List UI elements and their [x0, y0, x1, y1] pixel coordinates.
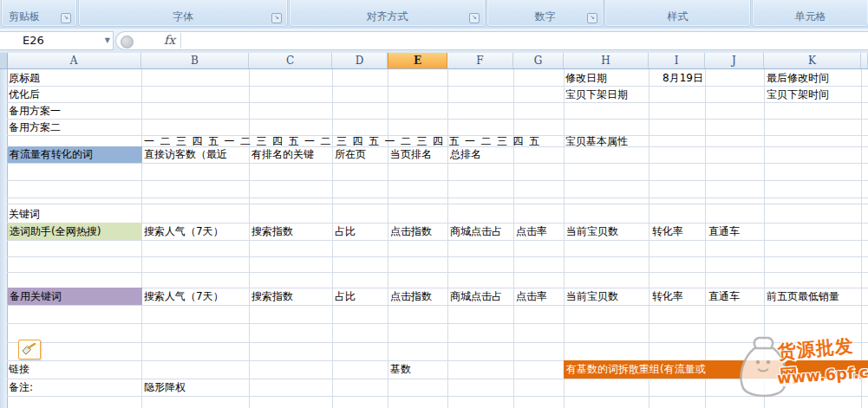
- cell-a1[interactable]: 原标题: [9, 71, 140, 86]
- cell-h5[interactable]: 宝贝基本属性: [565, 135, 647, 146]
- cell-j15[interactable]: 直通车: [708, 288, 762, 305]
- cell-b20[interactable]: 隐形降权: [144, 379, 247, 396]
- column-header-h[interactable]: H: [564, 53, 649, 68]
- cell-i15[interactable]: 转化率: [652, 288, 703, 305]
- dialog-launcher-icon[interactable]: [61, 13, 71, 23]
- gridline: [388, 69, 388, 408]
- cell-i11[interactable]: 转化率: [652, 223, 703, 240]
- cell-f15[interactable]: 商城点击占: [450, 288, 512, 305]
- cell-h19-highlight-orange[interactable]: 有基数的词拆散重组(有流量或: [564, 360, 868, 379]
- gridline: [7, 119, 868, 120]
- cell-a19[interactable]: 链接: [9, 360, 140, 379]
- gridline: [705, 69, 706, 408]
- column-header-k[interactable]: K: [764, 53, 861, 68]
- ribbon-group-font: 字体: [78, 0, 288, 27]
- cell-d15[interactable]: 占比: [335, 288, 387, 305]
- formula-bar: E26 fx: [0, 29, 868, 54]
- gridline: [7, 256, 868, 257]
- column-header-row: A B C D E F G H I J K: [0, 53, 868, 69]
- cell-b6[interactable]: 直接访客数（最近: [144, 146, 248, 163]
- cell-e19[interactable]: 基数: [390, 360, 446, 379]
- ribbon-group-number: 数字: [486, 0, 604, 27]
- spreadsheet-grid[interactable]: 原标题 修改日期 8月19日 最后修改时间 优化后 宝贝下架日期 宝贝下架时间 …: [0, 69, 868, 408]
- cell-reference: E26: [23, 34, 44, 47]
- format-painter-button[interactable]: [18, 340, 41, 359]
- excel-window: 表格格式 样式 剪贴板 字体 对齐方式 数字 样式 单元格 E26: [0, 0, 868, 408]
- gridline: [513, 69, 514, 408]
- gridline: [249, 69, 250, 408]
- gridline: [564, 69, 565, 408]
- cell-a3[interactable]: 备用方案一: [9, 104, 140, 119]
- name-box[interactable]: E26: [0, 31, 114, 50]
- cell-i1[interactable]: 8月19日: [649, 71, 703, 86]
- column-header-i[interactable]: I: [649, 53, 705, 68]
- formula-input[interactable]: [182, 32, 868, 49]
- column-header-partial[interactable]: [861, 53, 868, 68]
- gridline: [7, 342, 868, 343]
- gridline: [861, 69, 862, 408]
- cell-f6[interactable]: 总排名: [450, 146, 512, 163]
- cell-g11[interactable]: 点击率: [516, 223, 562, 240]
- chevron-down-icon[interactable]: [105, 36, 110, 44]
- ribbon-group-styles: 样式: [604, 0, 751, 27]
- cell-k2[interactable]: 宝贝下架时间: [767, 87, 859, 102]
- dialog-launcher-icon[interactable]: [469, 13, 480, 23]
- group-label: 字体: [79, 10, 287, 24]
- group-label: 对齐方式: [290, 10, 485, 24]
- row-header-strip[interactable]: [0, 69, 8, 408]
- dialog-launcher-icon[interactable]: [587, 13, 597, 23]
- gridline: [7, 272, 868, 273]
- gridline: [7, 305, 868, 306]
- cell-g15[interactable]: 点击率: [516, 288, 562, 305]
- ribbon-group-clipboard: 剪贴板: [1, 0, 77, 27]
- group-label: 样式: [605, 10, 750, 24]
- column-header-c[interactable]: C: [249, 53, 332, 68]
- column-header-b[interactable]: B: [141, 53, 249, 68]
- cell-k15[interactable]: 前五页最低销量: [767, 288, 860, 305]
- insert-function-icon[interactable]: fx: [164, 33, 175, 47]
- gridline: [447, 69, 448, 408]
- cell-f11[interactable]: 商城点击占: [450, 223, 512, 240]
- cell-e6[interactable]: 当页排名: [390, 146, 446, 163]
- gridline: [7, 198, 868, 198]
- cell-h2[interactable]: 宝贝下架日期: [565, 87, 647, 102]
- cell-b5[interactable]: 一二三四五一二三四五一二三四五一二三四五一二三四五: [144, 135, 562, 146]
- cell-h15[interactable]: 当前宝贝数: [566, 288, 647, 305]
- dialog-launcher-icon[interactable]: [271, 13, 282, 23]
- cell-c11[interactable]: 搜索指数: [251, 223, 331, 240]
- cell-e15[interactable]: 点击指数: [390, 288, 446, 305]
- gridline: [7, 396, 868, 397]
- cell-d11[interactable]: 占比: [335, 223, 387, 240]
- formula-bar-pill: fx: [115, 31, 868, 50]
- cell-a11-highlight-green[interactable]: 选词助手(全网热搜): [8, 223, 142, 240]
- cell-b11[interactable]: 搜索人气（7天）: [144, 223, 247, 240]
- column-header-d[interactable]: D: [332, 53, 388, 68]
- cell-k1[interactable]: 最后修改时间: [767, 71, 859, 86]
- cell-c15[interactable]: 搜索指数: [251, 288, 331, 305]
- cell-j11[interactable]: 直通车: [708, 223, 762, 240]
- column-header-j[interactable]: J: [705, 53, 764, 68]
- gridline: [649, 69, 649, 408]
- gridline: [7, 240, 868, 241]
- cell-b15[interactable]: 搜索人气（7天）: [144, 288, 247, 305]
- cell-h11[interactable]: 当前宝贝数: [566, 223, 647, 240]
- cell-d6[interactable]: 所在页: [335, 146, 387, 163]
- cell-a6-highlight-blue[interactable]: 有流量有转化的词: [8, 146, 142, 163]
- cell-a20[interactable]: 备注:: [9, 379, 140, 396]
- column-header-g[interactable]: G: [513, 53, 564, 68]
- column-header-e-selected[interactable]: E: [388, 53, 447, 68]
- gridline: [7, 323, 868, 324]
- cell-a2[interactable]: 优化后: [9, 87, 140, 102]
- cell-a4[interactable]: 备用方案二: [9, 120, 140, 135]
- divider: [180, 33, 181, 49]
- brush-icon: [22, 343, 36, 355]
- ribbon-group-cells: 单元格: [752, 0, 868, 27]
- gridline: [7, 102, 868, 103]
- column-header-f[interactable]: F: [447, 53, 513, 68]
- cell-h1[interactable]: 修改日期: [565, 71, 647, 86]
- cell-e11[interactable]: 点击指数: [390, 223, 446, 240]
- column-header-a[interactable]: A: [7, 53, 141, 68]
- cell-c6[interactable]: 有排名的关键: [251, 146, 331, 163]
- cell-a15-highlight-purple[interactable]: 备用关键词: [8, 288, 142, 305]
- cell-a10[interactable]: 关键词: [9, 204, 140, 223]
